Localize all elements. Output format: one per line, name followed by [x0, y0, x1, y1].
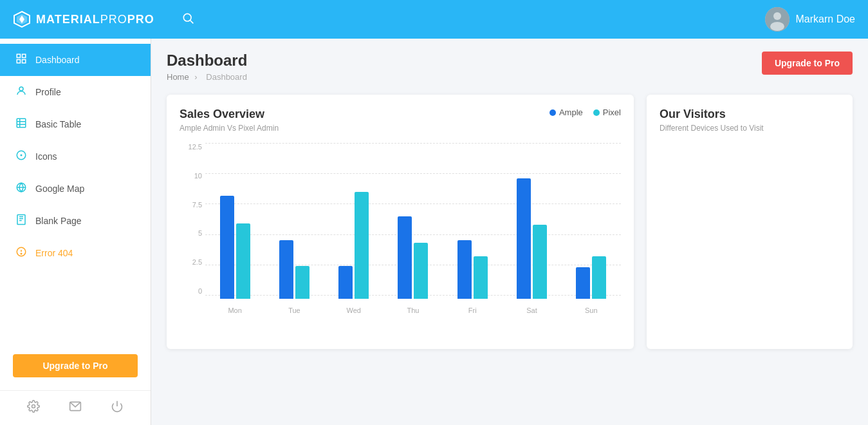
basic-table-icon	[15, 117, 28, 131]
x-label-Wed: Wed	[324, 307, 383, 314]
topnav: MATERIALPROPRO Markarn Doe	[0, 0, 868, 39]
dashboard-icon	[15, 53, 28, 67]
svg-point-9	[19, 87, 23, 91]
svg-rect-5	[17, 54, 20, 57]
search-button[interactable]	[181, 12, 194, 28]
error-404-icon	[15, 246, 28, 260]
bar-group-Sun	[562, 256, 621, 299]
sidebar-item-basic-table[interactable]: Basic Table	[0, 108, 151, 140]
bar-ample-Fri	[457, 240, 472, 299]
bar-chart: 12.5107.552.50	[180, 143, 621, 336]
content-area: Dashboard Home › Dashboard Upgrade to Pr…	[151, 39, 868, 425]
donut-chart-wrap	[660, 143, 840, 298]
bar-pixel-Mon	[236, 223, 250, 299]
sidebar-label-icons: Icons	[35, 151, 57, 162]
upgrade-pro-button[interactable]: Upgrade to Pro	[762, 52, 853, 75]
legend-pixel-label: Pixel	[603, 108, 621, 117]
legend-ample-label: Ample	[559, 108, 583, 117]
breadcrumb-home[interactable]: Home	[167, 72, 189, 82]
breadcrumb-separator: ›	[194, 72, 197, 82]
settings-icon[interactable]	[27, 400, 40, 416]
sidebar-bottom	[0, 390, 151, 425]
svg-rect-10	[17, 118, 26, 128]
bar-ample-Tue	[279, 240, 293, 299]
sales-title: Sales Overview	[180, 108, 264, 121]
bar-ample-Mon	[220, 196, 234, 299]
sidebar-label-basic-table: Basic Table	[35, 119, 81, 129]
donut-chart	[672, 143, 827, 298]
bar-group-Thu	[383, 216, 443, 299]
sidebar-item-error-404[interactable]: Error 404	[0, 237, 151, 269]
sidebar-item-dashboard[interactable]: Dashboard	[0, 44, 151, 76]
x-label-Thu: Thu	[383, 307, 443, 314]
bar-pixel-Wed	[355, 192, 369, 299]
sidebar-label-error-404: Error 404	[35, 248, 73, 258]
bar-group-Fri	[443, 240, 502, 299]
svg-rect-7	[17, 60, 20, 63]
sidebar-label-google-map: Google Map	[35, 184, 84, 194]
svg-point-4	[770, 22, 784, 31]
sales-card-header: Sales Overview Ample Pixel	[180, 108, 621, 121]
sales-overview-card: Sales Overview Ample Pixel Ample Admin V…	[167, 95, 634, 349]
bar-ample-Thu	[398, 216, 412, 299]
x-label-Sun: Sun	[562, 307, 621, 314]
ample-dot	[549, 109, 556, 116]
bar-ample-Sun	[576, 267, 590, 299]
logo: MATERIALPROPRO	[13, 10, 154, 28]
sidebar-item-google-map[interactable]: Google Map	[0, 173, 151, 205]
sidebar-label-dashboard: Dashboard	[35, 55, 80, 65]
bar-ample-Sat	[517, 178, 531, 299]
sidebar: Dashboard Profile Basic Table Icons Goog…	[0, 39, 151, 425]
x-label-Tue: Tue	[264, 307, 324, 314]
sidebar-label-blank-page: Blank Page	[35, 216, 82, 226]
brand-name: MATERIALPROPRO	[36, 13, 154, 26]
chart-legend: Ample Pixel	[549, 108, 621, 117]
sidebar-upgrade-button[interactable]: Upgrade to Pro	[13, 354, 138, 377]
avatar[interactable]	[765, 7, 790, 32]
legend-ample: Ample	[549, 108, 583, 117]
svg-point-15	[21, 155, 22, 156]
sidebar-upgrade: Upgrade to Pro	[0, 341, 151, 390]
power-icon[interactable]	[111, 400, 124, 416]
x-label-Mon: Mon	[205, 307, 264, 314]
main-layout: Dashboard Profile Basic Table Icons Goog…	[0, 39, 868, 425]
bar-pixel-Fri	[474, 256, 488, 299]
svg-point-25	[32, 405, 35, 408]
bar-group-Mon	[205, 196, 264, 299]
bar-group-Tue	[264, 240, 324, 299]
legend-pixel: Pixel	[593, 108, 621, 117]
svg-point-3	[773, 12, 781, 20]
bar-ample-Wed	[338, 266, 353, 299]
topnav-right: Markarn Doe	[765, 7, 855, 32]
sidebar-label-profile: Profile	[35, 87, 61, 97]
bar-pixel-Thu	[414, 243, 428, 299]
sidebar-item-blank-page[interactable]: Blank Page	[0, 205, 151, 237]
icons-icon	[15, 149, 28, 164]
profile-icon	[15, 85, 28, 99]
sidebar-nav: Dashboard Profile Basic Table Icons Goog…	[0, 39, 151, 341]
svg-line-1	[190, 20, 193, 23]
svg-rect-6	[23, 54, 26, 57]
page-title: Dashboard	[167, 52, 250, 70]
topnav-left: MATERIALPROPRO	[13, 10, 194, 28]
google-map-icon	[15, 182, 28, 196]
page-title-wrap: Dashboard Home › Dashboard	[167, 52, 250, 82]
bar-pixel-Tue	[295, 266, 309, 299]
bar-pixel-Sat	[533, 225, 547, 299]
visitors-card: Our Visitors Different Devices Used to V…	[647, 95, 853, 349]
blank-page-icon	[15, 214, 28, 228]
visitors-title: Our Visitors	[660, 108, 840, 121]
bar-group-Wed	[324, 192, 383, 299]
svg-point-0	[183, 14, 191, 21]
breadcrumb-current: Dashboard	[206, 72, 247, 82]
sidebar-item-icons[interactable]: Icons	[0, 140, 151, 173]
sidebar-item-profile[interactable]: Profile	[0, 76, 151, 108]
svg-point-24	[21, 253, 22, 254]
bar-pixel-Sun	[592, 256, 606, 299]
x-label-Fri: Fri	[443, 307, 502, 314]
bar-group-Sat	[502, 178, 561, 299]
mail-icon[interactable]	[69, 400, 82, 416]
pixel-dot	[593, 109, 600, 116]
visitors-subtitle: Different Devices Used to Visit	[660, 124, 840, 133]
cards-row: Sales Overview Ample Pixel Ample Admin V…	[167, 95, 853, 349]
